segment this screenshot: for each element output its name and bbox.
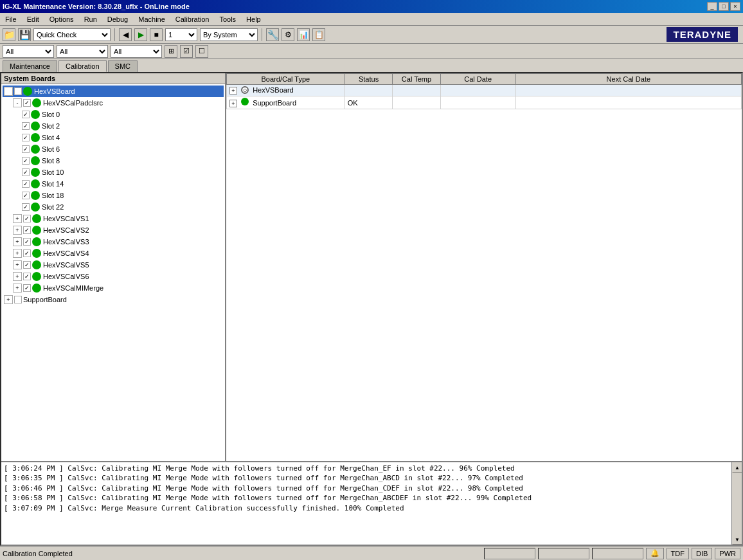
table-row-supportboard[interactable]: + SupportBoard OK [227, 96, 742, 109]
menu-machine[interactable]: Machine [136, 15, 168, 24]
dib-button[interactable]: DIB [692, 548, 712, 559]
checkbox-slot8[interactable]: ✓ [22, 157, 30, 165]
checkbox-slot4[interactable]: ✓ [22, 134, 30, 141]
tree-item-slot2[interactable]: ✓ Slot 2 [3, 120, 224, 132]
expander-hexvscalvs2[interactable]: + [13, 226, 22, 235]
tree-item-slot22[interactable]: ✓ Slot 22 [3, 201, 224, 213]
expander-hexvscalvs6[interactable]: + [13, 272, 22, 281]
tree-item-hexvscalvs1[interactable]: + ✓ HexVSCalVS1 [3, 213, 224, 224]
bell-button[interactable]: 🔔 [646, 548, 664, 559]
checkbox-hexvscalvs6[interactable]: ✓ [23, 273, 31, 280]
back-icon[interactable]: ◀ [119, 28, 132, 41]
panels-container: System Boards - ✓ HexVSBoard - ✓ Hex [1, 73, 742, 461]
num-select[interactable]: 1 [165, 28, 197, 41]
tree-item-hexvscalvs4[interactable]: + ✓ HexVSCalVS4 [3, 248, 224, 259]
row-expander-supportboard[interactable]: + [229, 100, 237, 107]
filter-all2[interactable]: All [57, 45, 108, 58]
checkbox-hexvscalpadclsrc[interactable]: ✓ [23, 99, 31, 107]
status-icon-hexvscalvs1 [32, 214, 41, 223]
tree-item-slot14[interactable]: ✓ Slot 14 [3, 178, 224, 190]
tab-maintenance[interactable]: Maintenance [3, 60, 57, 72]
row-circle-icon-hexvsboard: ○ [241, 86, 249, 94]
menu-tools[interactable]: Tools [217, 15, 238, 24]
open-icon[interactable]: 📁 [3, 28, 15, 41]
menu-calibration[interactable]: Calibration [173, 15, 212, 24]
play-icon[interactable]: ▶ [134, 28, 147, 41]
cell-caltemp-hexvsboard [393, 85, 440, 96]
checkbox-hexvscalvs3[interactable]: ✓ [23, 238, 31, 246]
close-button[interactable]: × [730, 2, 740, 11]
tree-item-slot6[interactable]: ✓ Slot 6 [3, 143, 224, 155]
icon2[interactable]: ⚙ [282, 28, 294, 41]
expander-supportboard[interactable]: + [4, 295, 13, 304]
checkbox-hexvscalvs5[interactable]: ✓ [23, 261, 31, 269]
tdf-button[interactable]: TDF [667, 548, 689, 559]
icon1[interactable]: 🔧 [266, 28, 279, 41]
tree-item-hexvscalvs5[interactable]: + ✓ HexVSCalVS5 [3, 259, 224, 271]
tree-item-slot0[interactable]: ✓ Slot 0 [3, 109, 224, 120]
tree-item-slot18[interactable]: ✓ Slot 18 [3, 190, 224, 201]
tree-item-slot8[interactable]: ✓ Slot 8 [3, 155, 224, 167]
filter-grid-icon[interactable]: ⊞ [165, 45, 177, 58]
row-expander-hexvsboard[interactable]: + [229, 87, 237, 95]
checkbox-hexvscalvs4[interactable]: ✓ [23, 249, 31, 257]
expander-hexvscalvs4[interactable]: + [13, 249, 22, 258]
checkbox-slot6[interactable]: ✓ [22, 145, 30, 153]
tree-item-hexvscalvs2[interactable]: + ✓ HexVSCalVS2 [3, 224, 224, 236]
checkbox-hexvscalmimerge[interactable]: ✓ [23, 284, 31, 292]
label-slot0: Slot 0 [42, 111, 60, 118]
tree-item-hexvscalpadclsrc[interactable]: - ✓ HexVSCalPadclsrc [3, 97, 224, 109]
pwr-button[interactable]: PWR [715, 548, 740, 559]
stop-icon[interactable]: ■ [150, 28, 163, 41]
save-icon[interactable]: 💾 [18, 28, 31, 41]
tree-item-slot4[interactable]: ✓ Slot 4 [3, 132, 224, 143]
tree-item-supportboard[interactable]: + SupportBoard [3, 294, 224, 305]
tab-calibration[interactable]: Calibration [58, 60, 107, 72]
expander-hexvscalvs1[interactable]: + [13, 214, 22, 223]
icon3[interactable]: 📊 [297, 28, 310, 41]
filter-clear-icon[interactable]: ☐ [195, 45, 208, 58]
label-slot14: Slot 14 [42, 180, 64, 188]
checkbox-hexvscalvs1[interactable]: ✓ [23, 215, 31, 222]
menu-debug[interactable]: Debug [105, 15, 130, 24]
menu-options[interactable]: Options [47, 15, 76, 24]
menu-file[interactable]: File [3, 15, 19, 24]
checkbox-slot22[interactable]: ✓ [22, 203, 30, 211]
icon4[interactable]: 📋 [312, 28, 325, 41]
expander-hexvscalpadclsrc[interactable]: - [13, 98, 22, 107]
tree-item-hexvscalvs6[interactable]: + ✓ HexVSCalVS6 [3, 271, 224, 282]
expander-hexvscalvs5[interactable]: + [13, 260, 22, 269]
filter-check-icon[interactable]: ☑ [180, 45, 193, 58]
menu-help[interactable]: Help [244, 15, 264, 24]
tree-item-hexvscalmimerge[interactable]: + ✓ HexVSCalMIMerge [3, 282, 224, 294]
expander-hexvsboard[interactable]: - [4, 87, 13, 96]
checkbox-slot10[interactable]: ✓ [22, 168, 30, 176]
checkbox-supportboard[interactable] [14, 296, 22, 303]
expander-hexvscalvs3[interactable]: + [13, 237, 22, 246]
minimize-button[interactable]: _ [707, 2, 717, 11]
quick-check-select[interactable]: Quick Check [33, 28, 111, 41]
tree-item-hexvsboard[interactable]: - ✓ HexVSBoard [3, 86, 224, 97]
tree-item-hexvscalvs3[interactable]: + ✓ HexVSCalVS3 [3, 236, 224, 248]
tree-item-slot10[interactable]: ✓ Slot 10 [3, 167, 224, 178]
log-entry: [ 3:06:35 PM ] CalSvc: Calibrating MI Me… [4, 473, 729, 483]
checkbox-slot0[interactable]: ✓ [22, 111, 30, 118]
logo-text: TERADYNE [673, 29, 731, 40]
menu-run[interactable]: Run [82, 15, 100, 24]
checkbox-slot18[interactable]: ✓ [22, 192, 30, 199]
scroll-up-button[interactable]: ▲ [732, 462, 742, 473]
scroll-down-button[interactable]: ▼ [732, 534, 742, 545]
by-system-select[interactable]: By System [200, 28, 258, 41]
checkbox-slot14[interactable]: ✓ [22, 180, 30, 188]
menu-edit[interactable]: Edit [24, 15, 42, 24]
checkbox-hexvsboard[interactable]: ✓ [14, 87, 22, 95]
filter-all3[interactable]: All [111, 45, 162, 58]
tab-smc[interactable]: SMC [108, 60, 138, 72]
label-slot4: Slot 4 [42, 134, 60, 141]
checkbox-hexvscalvs2[interactable]: ✓ [23, 226, 31, 234]
checkbox-slot2[interactable]: ✓ [22, 122, 30, 130]
maximize-button[interactable]: □ [719, 2, 729, 11]
filter-all1[interactable]: All [3, 45, 54, 58]
table-row-hexvsboard[interactable]: + ○ HexVSBoard [227, 85, 742, 96]
expander-hexvscalmimerge[interactable]: + [13, 284, 22, 293]
